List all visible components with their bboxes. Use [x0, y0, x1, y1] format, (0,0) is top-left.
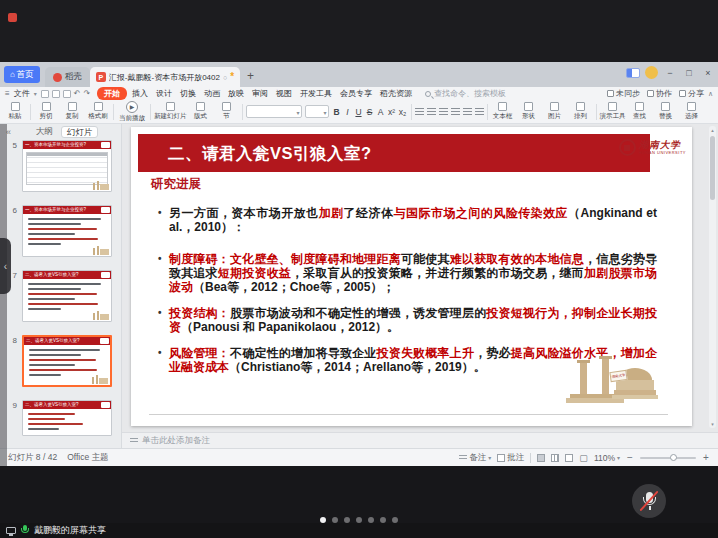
- font-size-select[interactable]: ▾: [305, 105, 329, 118]
- clipboard-剪切-button[interactable]: 剪切: [34, 102, 58, 121]
- normal-view-button[interactable]: [537, 454, 545, 462]
- slide-thumbnail-6[interactable]: 一、资本市场开放与企业投资?: [22, 205, 112, 257]
- print-icon[interactable]: [52, 90, 60, 98]
- clipboard-格式刷-button[interactable]: 格式刷: [86, 102, 110, 121]
- docer-icon: [53, 73, 62, 82]
- panel-tab-幻灯片[interactable]: 幻灯片: [61, 126, 99, 138]
- menu-tab-视图[interactable]: 视图: [273, 88, 295, 99]
- slide-thumbnail-8[interactable]: 二、请君入瓮VS引狼入室?: [22, 335, 112, 387]
- tools-替换-button[interactable]: 替换: [654, 102, 678, 121]
- line-spacing-icon[interactable]: [475, 108, 484, 116]
- insert-排列-button[interactable]: 排列: [569, 102, 593, 121]
- favorite-star-icon[interactable]: *: [230, 73, 234, 81]
- panel-tab-大纲[interactable]: 大纲: [36, 126, 53, 138]
- zoom-slider[interactable]: [640, 457, 696, 459]
- menu-tab-设计[interactable]: 设计: [153, 88, 175, 99]
- slides-节-button[interactable]: 节: [215, 102, 239, 121]
- member-badge-icon[interactable]: [626, 68, 640, 78]
- slide-thumbnail-7[interactable]: 二、请君入瓮VS引狼入室?: [22, 270, 112, 322]
- menu-tab-稻壳资源[interactable]: 稻壳资源: [377, 88, 415, 99]
- tools-演示工具-button[interactable]: 演示工具: [600, 102, 626, 121]
- slides-新建幻灯片-button[interactable]: 新建幻灯片: [154, 102, 187, 121]
- numbering-icon[interactable]: [427, 108, 436, 116]
- zoom-slider-knob[interactable]: [670, 454, 677, 461]
- slides-版式-button[interactable]: 版式: [189, 102, 213, 121]
- paste-button[interactable]: 粘贴: [3, 102, 27, 121]
- bullets-icon[interactable]: [415, 108, 424, 116]
- meeting-panel-handle[interactable]: ‹: [0, 238, 11, 294]
- format-A-button[interactable]: A: [376, 107, 386, 117]
- format-I-button[interactable]: I: [343, 107, 353, 117]
- text-line: [29, 359, 96, 361]
- undo-icon[interactable]: ↶: [74, 89, 81, 98]
- text-line: [28, 413, 75, 415]
- menu-action-分享[interactable]: 分享: [679, 88, 704, 99]
- microphone-muted-button[interactable]: [632, 484, 666, 518]
- zoom-out-button[interactable]: −: [626, 452, 634, 463]
- home-tab[interactable]: ⌂ 首页: [4, 66, 40, 83]
- font-family-select[interactable]: ▾: [246, 105, 302, 118]
- user-avatar[interactable]: [645, 66, 658, 79]
- menu-action-未同步[interactable]: 未同步: [607, 88, 640, 99]
- insert-图片-button[interactable]: 图片: [543, 102, 567, 121]
- maximize-button[interactable]: □: [682, 68, 696, 78]
- save-icon[interactable]: [41, 90, 49, 98]
- clipboard-格式刷-icon: [94, 102, 103, 111]
- text-line: [28, 243, 61, 245]
- menu-tab-开始[interactable]: 开始: [97, 87, 127, 100]
- menu-action-协作[interactable]: 协作: [647, 88, 672, 99]
- clipboard-复制-button[interactable]: 复制: [60, 102, 84, 121]
- new-tab-button[interactable]: +: [247, 69, 254, 83]
- format-B-button[interactable]: B: [332, 107, 342, 117]
- tools-查找-button[interactable]: 查找: [628, 102, 652, 121]
- document-tab[interactable]: P 汇报-戴鹏毅-资本市场开放0402 ○ *: [90, 67, 240, 87]
- slide-sorter-view-button[interactable]: [551, 454, 559, 462]
- slide-thumbnail-9[interactable]: 二、请君入瓮VS引狼入室?: [22, 400, 112, 436]
- collapse-ribbon-icon[interactable]: ∧: [708, 90, 713, 98]
- fit-slide-button[interactable]: ▢: [579, 453, 588, 463]
- format-x²-button[interactable]: x²: [387, 107, 397, 117]
- text-segment: ，采取盲从的投资策略，并进行频繁的市场交易，继而: [291, 266, 584, 280]
- notes-bar[interactable]: 单击此处添加备注: [122, 432, 718, 448]
- format-x₂-button[interactable]: x₂: [398, 107, 408, 117]
- align-left-icon[interactable]: [439, 108, 448, 116]
- export-pdf-icon[interactable]: [63, 90, 71, 98]
- text-segment: （Panousi 和 Papanikolaou，2012）。: [181, 320, 399, 334]
- menu-tab-开发工具[interactable]: 开发工具: [297, 88, 335, 99]
- comments-toggle[interactable]: 批注: [497, 452, 524, 464]
- slide-thumbnail-panel: « 大纲幻灯片 5一、资本市场开放与企业投资?6一、资本市场开放与企业投资?7二…: [0, 124, 122, 448]
- menu-tab-插入[interactable]: 插入: [129, 88, 151, 99]
- insert-文本框-button[interactable]: 文本框: [491, 102, 515, 121]
- zoom-level[interactable]: 110% ▾: [594, 453, 620, 463]
- redo-icon[interactable]: ↷: [83, 89, 90, 98]
- search-box[interactable]: 查找命令、搜索模板: [425, 88, 506, 99]
- notes-toggle[interactable]: 备注 ▾: [459, 452, 491, 464]
- tools-选择-button[interactable]: 选择: [680, 102, 704, 121]
- align-right-icon[interactable]: [463, 108, 472, 116]
- canvas-scrollbar[interactable]: ▴ ▾: [709, 126, 716, 428]
- menu-tab-动画[interactable]: 动画: [201, 88, 223, 99]
- minimize-button[interactable]: −: [663, 68, 677, 78]
- university-name-en: HUNAN UNIVERSITY: [639, 150, 686, 155]
- scrollbar-thumb[interactable]: [710, 136, 715, 200]
- slide-thumbnail-5[interactable]: 一、资本市场开放与企业投资?: [22, 140, 112, 192]
- insert-形状-button[interactable]: 形状: [517, 102, 541, 121]
- zoom-in-button[interactable]: +: [702, 452, 710, 463]
- docer-tab[interactable]: 稻壳: [45, 67, 90, 87]
- slides-节-icon: [222, 102, 231, 111]
- format-S-button[interactable]: S: [365, 107, 375, 117]
- align-center-icon[interactable]: [451, 108, 460, 116]
- play-from-current-button[interactable]: ▶ 当前播放: [117, 101, 147, 123]
- hamburger-icon[interactable]: ≡: [5, 89, 10, 98]
- menu-tab-放映[interactable]: 放映: [225, 88, 247, 99]
- scroll-down-icon[interactable]: ▾: [709, 421, 716, 427]
- current-slide[interactable]: 二、请君入瓮VS引狼入室? 湖南大学 HUNAN UNIVERSITY 研究进展…: [131, 127, 692, 426]
- format-U-button[interactable]: U: [354, 107, 364, 117]
- close-button[interactable]: ×: [701, 68, 715, 78]
- menu-tab-会员专享[interactable]: 会员专享: [337, 88, 375, 99]
- scroll-up-icon[interactable]: ▴: [709, 127, 716, 133]
- file-menu[interactable]: 文件: [14, 88, 30, 99]
- reading-view-button[interactable]: [565, 454, 573, 462]
- menu-tab-切换[interactable]: 切换: [177, 88, 199, 99]
- menu-tab-审阅[interactable]: 审阅: [249, 88, 271, 99]
